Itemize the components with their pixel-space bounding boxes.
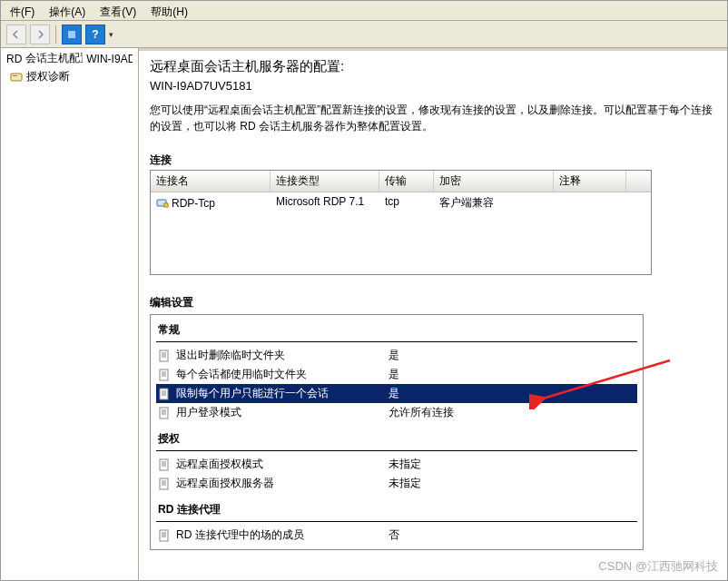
setting-login-mode[interactable]: 用户登录模式 允许所有连接 bbox=[156, 403, 637, 422]
svg-rect-3 bbox=[13, 75, 17, 76]
doc-icon bbox=[158, 350, 171, 362]
col-name[interactable]: 连接名 bbox=[151, 171, 271, 192]
tree-row-host[interactable]: RD 会话主机配置: WIN-I9AD7 bbox=[5, 50, 134, 67]
setting-lic-srv[interactable]: 远程桌面授权服务器 未指定 bbox=[156, 474, 637, 493]
connection-table: 连接名 连接类型 传输 加密 注释 RDP-Tcp Microsoft RDP … bbox=[150, 170, 652, 275]
setting-label: 远程桌面授权模式 bbox=[176, 457, 383, 472]
doc-icon bbox=[158, 369, 171, 381]
svg-rect-2 bbox=[11, 74, 22, 81]
toolbar-btn-1[interactable] bbox=[62, 25, 82, 44]
menubar: 件(F) 操作(A) 查看(V) 帮助(H) bbox=[1, 1, 727, 21]
doc-icon bbox=[158, 388, 171, 400]
menu-action[interactable]: 操作(A) bbox=[44, 3, 91, 18]
toolbar-overflow[interactable]: ▾ bbox=[109, 30, 116, 39]
svg-rect-8 bbox=[160, 389, 168, 399]
tree-row-diag[interactable]: 授权诊断 bbox=[5, 68, 134, 85]
group-broker: RD 连接代理 bbox=[156, 498, 637, 522]
svg-rect-5 bbox=[164, 203, 168, 207]
setting-value: 未指定 bbox=[389, 457, 635, 472]
svg-text:?: ? bbox=[92, 29, 98, 40]
setting-lic-mode[interactable]: 远程桌面授权模式 未指定 bbox=[156, 455, 637, 474]
setting-del-temp[interactable]: 退出时删除临时文件夹 是 bbox=[156, 346, 637, 365]
doc-icon bbox=[158, 407, 171, 419]
conn-name: RDP-Tcp bbox=[172, 197, 215, 210]
setting-value: 未指定 bbox=[389, 476, 635, 491]
setting-value: 允许所有连接 bbox=[389, 405, 635, 420]
rdp-icon bbox=[156, 197, 169, 210]
setting-label: 每个会话都使用临时文件夹 bbox=[176, 367, 383, 382]
setting-label: 限制每个用户只能进行一个会话 bbox=[176, 386, 383, 401]
doc-icon bbox=[158, 458, 171, 471]
tree-host-name: WIN-I9AD7 bbox=[86, 53, 133, 65]
menu-help[interactable]: 帮助(H) bbox=[145, 3, 193, 18]
group-license: 授权 bbox=[156, 428, 637, 451]
doc-icon bbox=[158, 529, 171, 542]
conn-row-rdp[interactable]: RDP-Tcp Microsoft RDP 7.1 tcp 客户端兼容 bbox=[151, 192, 651, 213]
diag-icon bbox=[10, 71, 23, 84]
toolbar: ? ▾ bbox=[1, 21, 727, 48]
setting-each-temp[interactable]: 每个会话都使用临时文件夹 是 bbox=[156, 365, 637, 384]
section-conn: 连接 bbox=[150, 153, 716, 168]
setting-value: 是 bbox=[389, 367, 635, 382]
conn-type: Microsoft RDP 7.1 bbox=[271, 193, 379, 212]
setting-broker-mem[interactable]: RD 连接代理中的场的成员 否 bbox=[156, 526, 637, 545]
nav-fwd-button[interactable] bbox=[30, 25, 50, 44]
tree-host-prefix: RD bbox=[6, 53, 22, 65]
page-host: WIN-I9AD7UV5181 bbox=[150, 79, 716, 93]
col-enc[interactable]: 加密 bbox=[434, 171, 554, 192]
svg-rect-9 bbox=[160, 408, 168, 419]
conn-header: 连接名 连接类型 传输 加密 注释 bbox=[151, 171, 651, 192]
svg-rect-7 bbox=[160, 369, 168, 380]
menu-view[interactable]: 查看(V) bbox=[94, 3, 142, 18]
col-note[interactable]: 注释 bbox=[554, 171, 626, 192]
left-tree: RD 会话主机配置: WIN-I9AD7 授权诊断 bbox=[1, 48, 139, 580]
tree-diag-label: 授权诊断 bbox=[26, 69, 70, 84]
toolbar-separator bbox=[55, 25, 56, 44]
setting-value: 是 bbox=[389, 386, 635, 401]
group-general: 常规 bbox=[156, 319, 637, 342]
page-title: 远程桌面会话主机服务器的配置: bbox=[150, 58, 716, 75]
setting-label: 用户登录模式 bbox=[176, 405, 383, 420]
setting-value: 是 bbox=[389, 348, 635, 363]
doc-icon bbox=[158, 478, 171, 490]
svg-rect-6 bbox=[160, 350, 168, 361]
conn-trans: tcp bbox=[379, 193, 434, 212]
col-trans[interactable]: 传输 bbox=[379, 171, 434, 192]
col-type[interactable]: 连接类型 bbox=[271, 171, 379, 192]
settings-panel: 常规 退出时删除临时文件夹 是 每个会话都使用临时文件夹 是 限制每个用户只能进… bbox=[150, 314, 644, 550]
conn-enc: 客户端兼容 bbox=[434, 193, 554, 212]
conn-note bbox=[554, 193, 626, 212]
page-desc: 您可以使用“远程桌面会话主机配置”配置新连接的设置，修改现有连接的设置，以及删除… bbox=[150, 102, 716, 134]
svg-rect-11 bbox=[160, 478, 168, 489]
setting-value: 否 bbox=[389, 527, 635, 543]
right-pane: 远程桌面会话主机服务器的配置: WIN-I9AD7UV5181 您可以使用“远程… bbox=[139, 48, 727, 580]
setting-one-session[interactable]: 限制每个用户只能进行一个会话 是 bbox=[156, 384, 637, 403]
svg-rect-12 bbox=[160, 530, 168, 541]
setting-label: 远程桌面授权服务器 bbox=[176, 476, 383, 491]
section-settings: 编辑设置 bbox=[150, 295, 716, 310]
svg-rect-0 bbox=[68, 31, 75, 38]
setting-label: 退出时删除临时文件夹 bbox=[176, 348, 383, 363]
help-button[interactable]: ? bbox=[85, 25, 105, 44]
svg-rect-10 bbox=[160, 459, 168, 470]
setting-label: RD 连接代理中的场的成员 bbox=[176, 527, 383, 543]
menu-file[interactable]: 件(F) bbox=[5, 3, 40, 18]
nav-back-button[interactable] bbox=[6, 25, 26, 44]
tree-host-label: 会话主机配置: bbox=[25, 51, 83, 66]
